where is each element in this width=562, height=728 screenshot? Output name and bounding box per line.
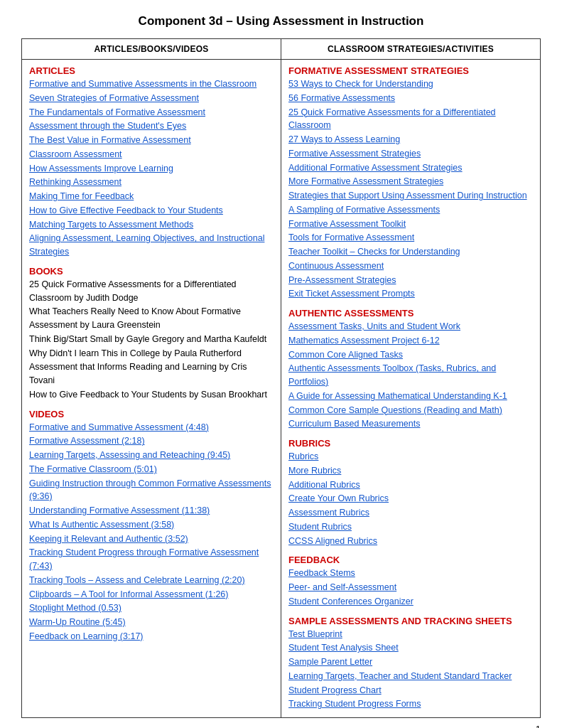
link-tracking-progress[interactable]: Tracking Student Progress Forms: [288, 697, 533, 711]
link-pre-assessment[interactable]: Pre-Assessment Strategies: [288, 274, 533, 287]
link-video-12[interactable]: Stoplight Method (0.53): [29, 601, 274, 615]
link-making-time[interactable]: Making Time for Feedback: [29, 190, 274, 203]
link-guide-math[interactable]: A Guide for Assessing Mathematical Under…: [288, 390, 533, 403]
link-more-formative[interactable]: More Formative Assessment Strategies: [288, 175, 533, 188]
link-how-improve[interactable]: How Assessments Improve Learning: [29, 162, 274, 176]
link-tools-formative[interactable]: Tools for Formative Assessment: [288, 231, 533, 245]
link-video-6[interactable]: Understanding Formative Assessment (11:3…: [29, 504, 274, 518]
link-feedback-stems[interactable]: Feedback Stems: [288, 567, 533, 580]
link-common-core-tasks[interactable]: Common Core Aligned Tasks: [288, 348, 533, 362]
link-common-core-questions[interactable]: Common Core Sample Questions (Reading an…: [288, 404, 533, 417]
link-student-rubrics[interactable]: Student Rubrics: [288, 520, 533, 534]
link-curriculum-based[interactable]: Curriculum Based Measurements: [288, 417, 533, 431]
link-25-quick[interactable]: 25 Quick Formative Assessments for a Dif…: [288, 106, 533, 133]
link-video-7[interactable]: What Is Authentic Assessment (3:58): [29, 518, 274, 532]
book-2: What Teachers Really Need to Know About …: [29, 305, 274, 332]
authentic-header: AUTHENTIC ASSESSMENTS: [288, 308, 533, 318]
link-give-feedback[interactable]: How to Give Effective Feedback to Your S…: [29, 204, 274, 218]
link-53-ways[interactable]: 53 Ways to Check for Understanding: [288, 77, 533, 91]
page-title: Component 3d – Using Assessment in Instr…: [21, 14, 541, 28]
link-video-13[interactable]: Warm-Up Routine (5:45): [29, 616, 274, 629]
link-student-conferences[interactable]: Student Conferences Organizer: [288, 595, 533, 609]
link-formative-summative[interactable]: Formative and Summative Assessments in t…: [29, 77, 274, 91]
link-more-rubrics[interactable]: More Rubrics: [288, 464, 533, 478]
link-formative-toolkit[interactable]: Formative Assessment Toolkit: [288, 218, 533, 231]
link-teacher-toolkit[interactable]: Teacher Toolkit – Checks for Understandi…: [288, 245, 533, 259]
col2-cell: FORMATIVE ASSESSMENT STRATEGIES 53 Ways …: [281, 60, 541, 718]
link-classroom-assessment[interactable]: Classroom Assessment: [29, 148, 274, 161]
link-rubrics[interactable]: Rubrics: [288, 450, 533, 464]
link-authentic-toolbox[interactable]: Authentic Assessments Toolbox (Tasks, Ru…: [288, 362, 533, 389]
link-ccss-rubrics[interactable]: CCSS Aligned Rubrics: [288, 535, 533, 548]
link-video-3[interactable]: Learning Targets, Assessing and Reteachi…: [29, 449, 274, 462]
link-rethinking[interactable]: Rethinking Assessment: [29, 176, 274, 189]
link-video-2[interactable]: Formative Assessment (2:18): [29, 434, 274, 448]
book-6: How to Give Feedback to Your Students by…: [29, 388, 274, 402]
articles-header: ARTICLES: [29, 65, 274, 76]
link-27-ways[interactable]: 27 Ways to Assess Learning: [288, 133, 533, 146]
link-video-8[interactable]: Keeping it Relevant and Authentic (3:52): [29, 532, 274, 546]
link-formative-strategies[interactable]: Formative Assessment Strategies: [288, 147, 533, 161]
main-table: ARTICLES/BOOKS/VIDEOS CLASSROOM STRATEGI…: [21, 38, 541, 718]
link-video-5[interactable]: Guiding Instruction through Common Forma…: [29, 477, 274, 504]
link-video-4[interactable]: The Formative Classroom (5:01): [29, 463, 274, 476]
link-best-value[interactable]: The Best Value in Formative Assessment: [29, 134, 274, 147]
link-sampling[interactable]: A Sampling of Formative Assessments: [288, 203, 533, 217]
link-additional-formative[interactable]: Additional Formative Assessment Strategi…: [288, 161, 533, 175]
link-exit-ticket[interactable]: Exit Ticket Assessment Prompts: [288, 287, 533, 301]
book-3: Think Big/Start Small by Gayle Gregory a…: [29, 333, 274, 346]
col2-header: CLASSROOM STRATEGIES/ACTIVITIES: [281, 39, 541, 60]
link-video-14[interactable]: Feedback on Learning (3:17): [29, 630, 274, 643]
book-1: 25 Quick Formative Assessments for a Dif…: [29, 278, 274, 305]
rubrics-header: RUBRICS: [288, 438, 533, 449]
link-video-1[interactable]: Formative and Summative Assessment (4:48…: [29, 421, 274, 434]
link-additional-rubrics[interactable]: Additional Rubrics: [288, 478, 533, 492]
link-video-10[interactable]: Tracking Tools – Assess and Celebrate Le…: [29, 574, 274, 587]
books-header: BOOKS: [29, 266, 274, 277]
link-parent-letter[interactable]: Sample Parent Letter: [288, 655, 533, 669]
book-4: Why Didn't I learn This in College by Pa…: [29, 347, 274, 360]
book-5: Assessment that Informs Reading and Lear…: [29, 360, 274, 387]
link-assessment-rubrics[interactable]: Assessment Rubrics: [288, 506, 533, 520]
link-learning-targets-tracker[interactable]: Learning Targets, Teacher and Student St…: [288, 670, 533, 683]
col1-header: ARTICLES/BOOKS/VIDEOS: [22, 39, 281, 60]
link-strategies-support[interactable]: Strategies that Support Using Assessment…: [288, 189, 533, 203]
link-matching-targets[interactable]: Matching Targets to Assessment Methods: [29, 218, 274, 232]
link-seven-strategies[interactable]: Seven Strategies of Formative Assessment: [29, 92, 274, 105]
videos-header: VIDEOS: [29, 409, 274, 419]
link-fundamentals[interactable]: The Fundamentals of Formative Assessment: [29, 106, 274, 119]
feedback-header: FEEDBACK: [288, 555, 533, 565]
link-video-11[interactable]: Clipboards – A Tool for Informal Assessm…: [29, 588, 274, 601]
link-56-formative[interactable]: 56 Formative Assessments: [288, 92, 533, 105]
link-student-eyes[interactable]: Assessment through the Student's Eyes: [29, 119, 274, 133]
page-number: 1: [21, 724, 541, 728]
link-aligning[interactable]: Aligning Assessment, Learning Objectives…: [29, 232, 274, 259]
col1-cell: ARTICLES Formative and Summative Assessm…: [22, 60, 281, 718]
link-student-progress-chart[interactable]: Student Progress Chart: [288, 684, 533, 697]
link-create-rubrics[interactable]: Create Your Own Rubrics: [288, 492, 533, 505]
link-continuous[interactable]: Continuous Assessment: [288, 259, 533, 273]
link-video-9[interactable]: Tracking Student Progress through Format…: [29, 546, 274, 573]
link-math-project[interactable]: Mathematics Assessment Project 6-12: [288, 334, 533, 348]
link-peer-self[interactable]: Peer- and Self-Assessment: [288, 581, 533, 594]
sample-header: SAMPLE ASSESSMENTS AND TRACKING SHEETS: [288, 616, 533, 626]
link-test-analysis[interactable]: Student Test Analysis Sheet: [288, 641, 533, 655]
link-assessment-tasks[interactable]: Assessment Tasks, Units and Student Work: [288, 320, 533, 333]
link-test-blueprint[interactable]: Test Blueprint: [288, 628, 533, 641]
formative-header: FORMATIVE ASSESSMENT STRATEGIES: [288, 65, 533, 76]
